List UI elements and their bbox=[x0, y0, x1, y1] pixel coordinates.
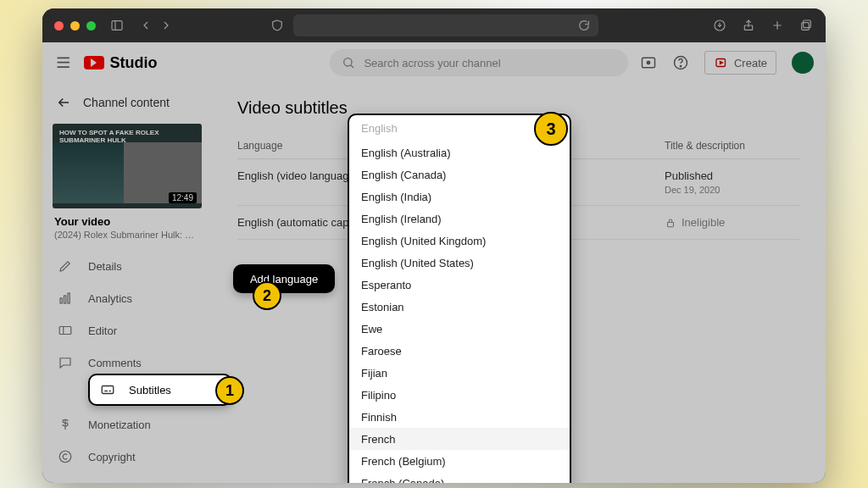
svg-rect-6 bbox=[804, 20, 811, 28]
language-option[interactable]: English (United States) bbox=[349, 252, 570, 274]
svg-point-25 bbox=[59, 451, 71, 463]
analytics-icon bbox=[58, 291, 73, 306]
tabs-icon[interactable] bbox=[798, 18, 814, 33]
dropdown-list: English (Australia)English (Canada)Engli… bbox=[349, 141, 570, 483]
shield-icon[interactable] bbox=[270, 18, 285, 33]
language-option[interactable]: Faroese bbox=[349, 340, 570, 362]
sidebar-item-label: Details bbox=[88, 260, 122, 273]
nav-back-icon[interactable] bbox=[138, 18, 153, 33]
svg-rect-7 bbox=[802, 23, 810, 30]
svg-rect-29 bbox=[668, 222, 674, 226]
language-option[interactable]: English (India) bbox=[349, 186, 570, 208]
maximize-window-icon[interactable] bbox=[86, 21, 96, 30]
annotation-badge-1: 1 bbox=[215, 376, 244, 405]
language-option[interactable]: Filipino bbox=[349, 384, 570, 406]
language-option[interactable]: French (Belgium) bbox=[349, 450, 570, 472]
back-label: Channel content bbox=[83, 96, 170, 109]
annotation-badge-2: 2 bbox=[253, 281, 281, 310]
add-language-button[interactable]: Add language bbox=[233, 264, 335, 293]
highlight-subtitles-item[interactable]: Subtitles bbox=[88, 374, 232, 406]
back-to-content[interactable]: Channel content bbox=[42, 86, 212, 119]
svg-rect-20 bbox=[60, 298, 62, 303]
subtitles-icon bbox=[100, 382, 115, 397]
language-option[interactable]: Finnish bbox=[349, 406, 570, 428]
editor-icon bbox=[58, 323, 73, 338]
studio-header: Studio Search across your channel Create bbox=[42, 42, 826, 83]
thumb-duration: 12:49 bbox=[169, 192, 197, 203]
help-icon[interactable] bbox=[672, 54, 689, 71]
sidebar-item-analytics[interactable]: Analytics bbox=[42, 282, 212, 314]
dollar-icon bbox=[58, 417, 73, 432]
language-option[interactable]: English (Ireland) bbox=[349, 208, 570, 230]
create-label: Create bbox=[734, 57, 767, 69]
svg-rect-21 bbox=[64, 296, 66, 303]
sidebar-item-label: Comments bbox=[88, 357, 142, 369]
sidebar-item-label: Copyright bbox=[88, 451, 136, 463]
language-option[interactable]: Estonian bbox=[349, 296, 570, 318]
logo-text: Studio bbox=[109, 54, 157, 72]
create-icon bbox=[714, 55, 729, 70]
search-icon bbox=[342, 56, 355, 69]
your-video-label: Your video bbox=[54, 215, 200, 228]
lock-icon bbox=[665, 217, 676, 229]
search-input[interactable]: Search across your channel bbox=[330, 49, 628, 76]
language-option[interactable]: Fijian bbox=[349, 362, 570, 384]
svg-rect-30 bbox=[102, 386, 114, 394]
svg-point-11 bbox=[344, 58, 352, 66]
svg-rect-0 bbox=[112, 21, 122, 30]
nav-forward-icon[interactable] bbox=[159, 18, 174, 33]
comments-icon bbox=[58, 355, 73, 370]
create-button[interactable]: Create bbox=[704, 51, 776, 75]
col-title-desc: Title & description bbox=[665, 140, 800, 152]
language-option[interactable]: English (Canada) bbox=[349, 164, 570, 186]
language-option[interactable]: English (Australia) bbox=[349, 141, 570, 164]
menu-icon[interactable] bbox=[54, 53, 72, 72]
search-placeholder: Search across your channel bbox=[364, 57, 500, 69]
svg-marker-18 bbox=[720, 62, 722, 64]
new-tab-icon[interactable] bbox=[770, 18, 785, 33]
row-date: Dec 19, 2020 bbox=[665, 185, 800, 195]
row-title: Ineligible bbox=[682, 216, 725, 229]
sidebar-item-monetization[interactable]: Monetization bbox=[42, 408, 212, 441]
arrow-left-icon bbox=[56, 95, 71, 110]
annotation-badge-3: 3 bbox=[534, 112, 568, 146]
sidebar-toggle-icon[interactable] bbox=[109, 18, 125, 33]
sidebar-item-label: Analytics bbox=[88, 292, 132, 305]
downloads-icon[interactable] bbox=[712, 18, 727, 33]
thumb-title: HOW TO SPOT A FAKE ROLEX SUBMARINER HULK bbox=[59, 129, 202, 144]
sidebar-item-details[interactable]: Details bbox=[42, 250, 212, 282]
url-bar[interactable] bbox=[293, 14, 598, 36]
language-option[interactable]: Ewe bbox=[349, 318, 570, 340]
minimize-window-icon[interactable] bbox=[70, 21, 80, 30]
language-option[interactable]: French bbox=[349, 428, 570, 450]
browser-window: Studio Search across your channel Create… bbox=[42, 8, 826, 483]
subtitles-label: Subtitles bbox=[129, 384, 171, 396]
language-dropdown[interactable]: English English (Australia)English (Cana… bbox=[348, 114, 571, 483]
svg-rect-22 bbox=[68, 293, 70, 303]
sidebar: Channel content HOW TO SPOT A FAKE ROLEX… bbox=[42, 83, 212, 483]
titlebar bbox=[42, 8, 826, 42]
row-title: Published bbox=[665, 169, 800, 182]
reload-icon[interactable] bbox=[576, 18, 592, 33]
language-option[interactable]: English (United Kingdom) bbox=[349, 230, 570, 252]
studio-logo[interactable]: Studio bbox=[84, 54, 157, 72]
copyright-icon bbox=[58, 449, 73, 464]
language-option[interactable]: Esperanto bbox=[349, 274, 570, 296]
svg-rect-23 bbox=[59, 327, 71, 335]
svg-line-12 bbox=[351, 65, 353, 68]
close-window-icon[interactable] bbox=[54, 21, 64, 30]
avatar[interactable] bbox=[792, 52, 814, 74]
sidebar-item-label: Monetization bbox=[88, 419, 151, 431]
svg-point-14 bbox=[647, 61, 649, 64]
language-option[interactable]: French (Canada) bbox=[349, 472, 570, 483]
pencil-icon bbox=[58, 258, 73, 274]
video-title: (2024) Rolex Submariner Hulk: REAL... bbox=[54, 230, 200, 240]
youtube-play-icon bbox=[84, 56, 104, 69]
sidebar-item-label: Editor bbox=[88, 324, 117, 337]
live-icon[interactable] bbox=[640, 54, 657, 71]
sidebar-item-copyright[interactable]: Copyright bbox=[42, 441, 212, 473]
video-thumbnail[interactable]: HOW TO SPOT A FAKE ROLEX SUBMARINER HULK… bbox=[53, 124, 202, 208]
sidebar-item-editor[interactable]: Editor bbox=[42, 314, 212, 347]
share-icon[interactable] bbox=[741, 18, 756, 33]
svg-point-16 bbox=[680, 66, 681, 67]
